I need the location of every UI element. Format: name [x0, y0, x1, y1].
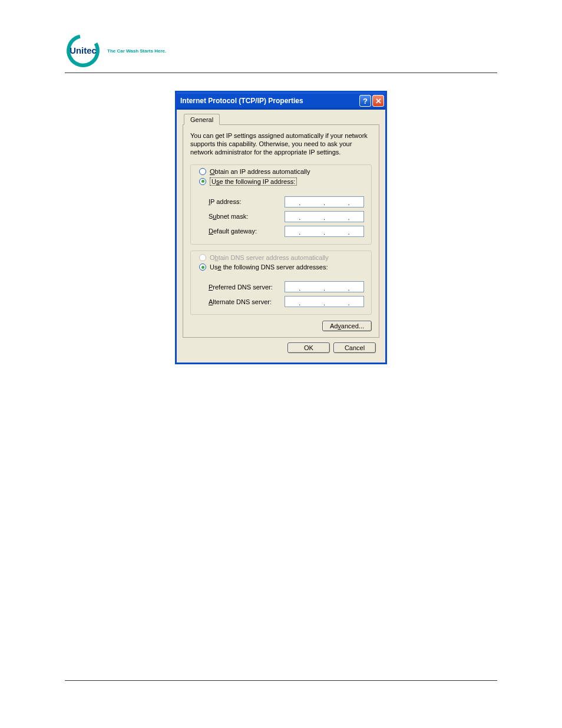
close-icon: ✕: [375, 97, 382, 106]
radio-obtain-ip-auto[interactable]: Obtain an IP address automatically: [199, 168, 310, 175]
subnet-mask-label: Subnet mask:: [209, 213, 248, 220]
alternate-dns-label: Alternate DNS server:: [209, 298, 272, 305]
alternate-dns-input[interactable]: ...: [285, 296, 364, 307]
logo-text: Unitec: [70, 46, 96, 55]
dialog-title: Internet Protocol (TCP/IP) Properties: [180, 97, 303, 105]
radio-icon: [199, 168, 206, 175]
radio-use-static-dns[interactable]: Use the following DNS server addresses:: [199, 263, 329, 271]
preferred-dns-input[interactable]: ...: [285, 281, 364, 292]
close-button[interactable]: ✕: [372, 95, 384, 107]
advanced-button[interactable]: Advanced...: [322, 321, 372, 331]
tab-strip: General: [183, 113, 379, 125]
document-header: Unitec The Car Wash Starts Here.: [65, 32, 497, 73]
radio-label: Obtain DNS server address automatically: [210, 254, 329, 261]
settings-description: You can get IP settings assigned automat…: [190, 132, 372, 156]
radio-use-static-ip[interactable]: Use the following IP address:: [199, 177, 310, 186]
radio-label: Use the following IP address:: [210, 177, 297, 186]
header-tagline: The Car Wash Starts Here.: [107, 48, 166, 54]
preferred-dns-label: Preferred DNS server:: [209, 284, 273, 291]
tcpip-properties-dialog: Internet Protocol (TCP/IP) Properties ? …: [175, 91, 387, 364]
default-gateway-input[interactable]: ...: [285, 226, 364, 237]
radio-icon: [199, 263, 206, 271]
cancel-button[interactable]: Cancel: [333, 342, 376, 353]
tab-general[interactable]: General: [184, 114, 220, 125]
ok-button[interactable]: OK: [287, 342, 330, 353]
document-footer-rule: [65, 680, 497, 681]
ip-address-label: IP address:: [209, 198, 241, 205]
subnet-mask-input[interactable]: ...: [285, 211, 364, 222]
radio-obtain-dns-auto: Obtain DNS server address automatically: [199, 254, 329, 261]
dialog-titlebar: Internet Protocol (TCP/IP) Properties ? …: [177, 93, 385, 110]
radio-icon: [199, 178, 206, 185]
general-panel: You can get IP settings assigned automat…: [183, 125, 379, 338]
help-button[interactable]: ?: [359, 95, 371, 107]
unitec-logo-icon: Unitec: [65, 32, 101, 69]
ip-address-group: Obtain an IP address automatically Use t…: [190, 164, 372, 245]
ip-address-input[interactable]: ...: [285, 196, 364, 207]
default-gateway-label: Default gateway:: [209, 228, 257, 235]
radio-label: Use the following DNS server addresses:: [210, 263, 328, 271]
dns-server-group: Obtain DNS server address automatically …: [190, 251, 372, 315]
radio-label: Obtain an IP address automatically: [210, 168, 310, 175]
radio-icon: [199, 254, 206, 261]
